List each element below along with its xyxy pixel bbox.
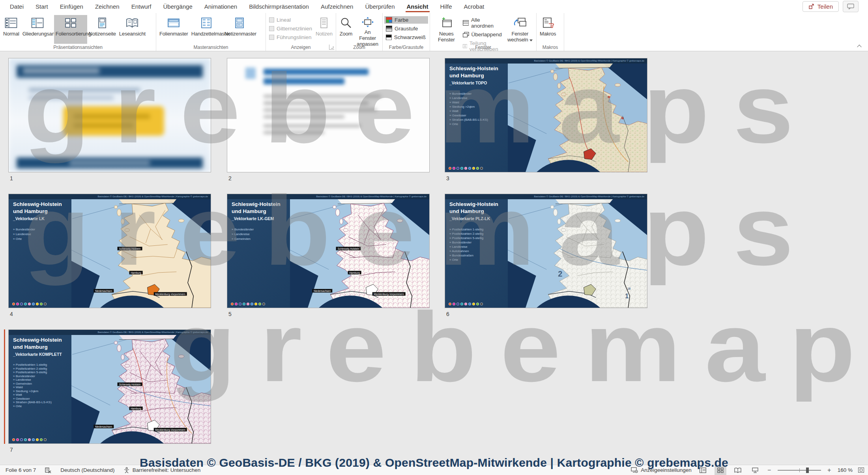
slide-sorter-button[interactable]: Foliensortierung: [54, 15, 87, 44]
group-label: Fenster: [430, 45, 536, 50]
fit-slide-to-window-button[interactable]: [858, 468, 864, 473]
collapse-ribbon-icon[interactable]: [856, 44, 862, 49]
macros-button[interactable]: Makros: [538, 15, 557, 44]
gridlines-checkbox: Gitternetzlinien: [268, 25, 314, 32]
guides-checkbox: Führungslinien: [268, 34, 314, 41]
map-pin-icons: [449, 167, 483, 170]
tab-hilfe[interactable]: Hilfe: [434, 0, 458, 13]
outline-view-button[interactable]: Gliederungsansicht: [21, 15, 54, 44]
slide-thumbnail-6[interactable]: Basisdaten © GeoBasis-DE / BKG (2019) & …: [445, 194, 647, 308]
map-pin-icon: [40, 438, 43, 441]
tab-zeichnen[interactable]: Zeichnen: [89, 0, 125, 13]
normal-view-button[interactable]: Normal: [2, 15, 21, 44]
group-praesentationsansichten: Normal Gliederungsansicht Foliensortieru…: [0, 13, 156, 51]
slideshow-mini-icon: [752, 468, 758, 473]
map-copyright: Basisdaten © GeoBasis-DE / BKG (2019) & …: [445, 58, 647, 64]
map-pin-icon: [480, 167, 483, 170]
legend-item: » Landkreise: [232, 232, 254, 237]
share-button[interactable]: Teilen: [803, 1, 839, 12]
map-slide-title: Schleswig-Holsteinund Hamburg: [13, 337, 62, 351]
cascade-button[interactable]: Überlappend: [461, 31, 505, 38]
zoom-in-button[interactable]: +: [827, 467, 832, 474]
tab-entwurf[interactable]: Entwurf: [125, 0, 157, 13]
new-window-button[interactable]: Neues Fenster: [432, 15, 461, 44]
slide-thumbnail-7[interactable]: Basisdaten © GeoBasis-DE / BKG (2019) & …: [8, 329, 211, 444]
legend-item: » Postleitzahlen 2-stellig: [449, 232, 483, 236]
spellcheck-button[interactable]: [45, 467, 52, 473]
slide-thumbnail-5[interactable]: Basisdaten © GeoBasis-DE / BKG (2019) & …: [227, 194, 430, 308]
map-legend: » Postleitzahlen 1-stellig» Postleitzahl…: [449, 227, 483, 262]
powerpoint-window: DateiStartEinfügenZeichnenEntwurfÜbergän…: [0, 0, 868, 475]
zoom-icon: [339, 17, 353, 29]
notes-page-icon: [95, 17, 109, 29]
slide-thumbnail-1[interactable]: [8, 58, 211, 172]
zoom-slider-thumb[interactable]: [806, 468, 809, 473]
map-slide-title: Schleswig-Holsteinund Hamburg: [449, 65, 498, 79]
grayscale-button[interactable]: Graustufe: [384, 25, 428, 32]
zoom-slider[interactable]: [778, 470, 821, 471]
map-pin-icon: [456, 167, 459, 170]
tab-animationen[interactable]: Animationen: [198, 0, 243, 13]
tab-bildschirmpräsentation[interactable]: Bildschirmpräsentation: [243, 0, 315, 13]
map-label-sh: Schleswig-Holstein: [118, 247, 142, 251]
map-pin-icon: [44, 303, 47, 305]
language-button[interactable]: Deutsch (Deutschland): [60, 467, 114, 473]
slide-sorter-canvas[interactable]: 12Basisdaten © GeoBasis-DE / BKG (2019) …: [0, 52, 868, 465]
group-label: Präsentationsansichten: [0, 45, 156, 50]
legend-item: » Landkreise: [13, 378, 52, 382]
map-graphic: [508, 199, 647, 308]
map-label-hh: Hamburg: [129, 271, 143, 274]
notes-master-button[interactable]: Notizenmaster: [223, 15, 256, 44]
map-pin-icon: [449, 303, 451, 305]
legend-item: » Postleitzahlen 5-stellig: [449, 236, 483, 240]
grayscale-icon: [386, 26, 392, 32]
tab-datei[interactable]: Datei: [4, 0, 30, 13]
tab-start[interactable]: Start: [30, 0, 54, 13]
handout-master-button[interactable]: Handzettelmaster: [190, 15, 223, 44]
tab-übergänge[interactable]: Übergänge: [157, 0, 198, 13]
map-graphic: [290, 199, 429, 308]
map-label-mv: Mecklenburg-Vorpommern: [372, 292, 406, 296]
zoom-out-button[interactable]: −: [767, 467, 772, 474]
legend-item: » Watt: [449, 109, 488, 113]
checkbox-icon: [269, 17, 274, 22]
slide-number: 5: [228, 311, 232, 317]
dialog-launcher-icon[interactable]: [329, 45, 334, 50]
comments-button[interactable]: [843, 1, 859, 12]
legend-item: » Straßen (BAB-BS-LS-KS): [13, 400, 52, 404]
tab-einfügen[interactable]: Einfügen: [54, 0, 89, 13]
zoom-level[interactable]: 160 %: [838, 467, 853, 473]
slideshow-status-button[interactable]: [749, 466, 761, 475]
map-pin-icon: [468, 167, 471, 170]
fit-to-window-button[interactable]: An Fenster anpassen: [354, 15, 381, 44]
slide-master-button[interactable]: Folienmaster: [158, 15, 190, 44]
switch-windows-button[interactable]: Fenster wechseln: [505, 15, 535, 44]
map-pin-icon: [12, 303, 15, 305]
tab-ansicht[interactable]: Ansicht: [401, 0, 434, 13]
black-white-button[interactable]: Schwarzweiß: [384, 34, 428, 41]
color-button[interactable]: Farbe: [384, 16, 428, 24]
reading-view-button[interactable]: Leseansicht: [118, 15, 147, 44]
legend-item: » Siedlung >2qkm: [449, 105, 488, 109]
map-pin-icon: [468, 303, 471, 305]
tab-überprüfen[interactable]: Überprüfen: [359, 0, 400, 13]
tab-acrobat[interactable]: Acrobat: [458, 0, 490, 13]
arrange-all-button[interactable]: Alle anordnen: [461, 16, 505, 30]
map-pin-icons: [449, 303, 483, 305]
slide-thumbnail-3[interactable]: Basisdaten © GeoBasis-DE / BKG (2019) & …: [445, 58, 647, 172]
map-pin-icon: [44, 438, 47, 441]
slide-thumbnail-2[interactable]: [227, 58, 430, 172]
notes-icon: [317, 17, 331, 29]
notes-page-button[interactable]: Notizenseite: [87, 15, 118, 44]
plz-zone-digit: 1: [625, 293, 629, 300]
zoom-button[interactable]: Zoom: [338, 15, 354, 44]
checkbox-icon: [269, 35, 274, 40]
slide-thumbnail-4[interactable]: Basisdaten © GeoBasis-DE / BKG (2019) & …: [8, 194, 211, 308]
slide-number: 3: [446, 175, 449, 181]
reading-view-status-button[interactable]: [732, 466, 744, 475]
map-slide-title: Schleswig-Holsteinund Hamburg: [449, 201, 498, 215]
map-legend: » Postleitzahlen 1-stellig» Postleitzahl…: [13, 363, 52, 408]
map-pin-icon: [28, 303, 31, 305]
tab-aufzeichnen[interactable]: Aufzeichnen: [315, 0, 359, 13]
map-area: [508, 64, 647, 172]
